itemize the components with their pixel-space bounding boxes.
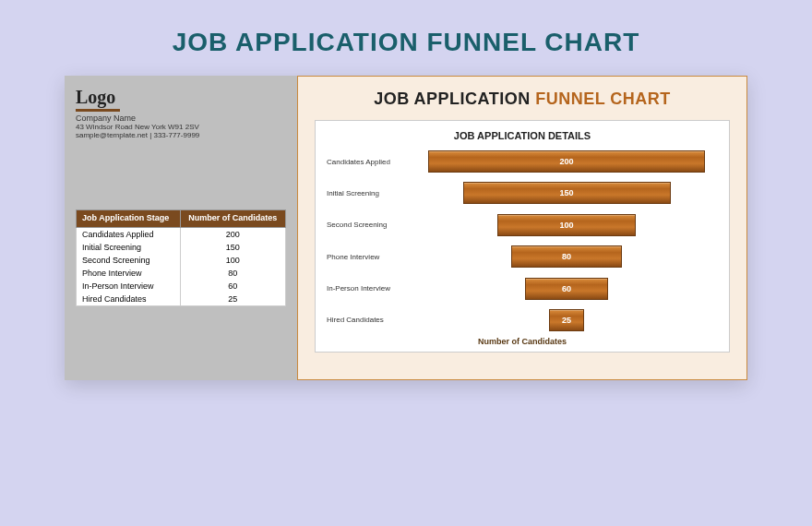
cell-stage: Initial Screening bbox=[77, 241, 181, 254]
chart-title-b: FUNNEL CHART bbox=[535, 90, 671, 108]
bar-zone: 80 bbox=[415, 245, 718, 268]
bar-zone: 100 bbox=[415, 214, 718, 236]
cell-stage: Phone Interview bbox=[77, 267, 181, 280]
cell-stage: Candidates Applied bbox=[77, 227, 181, 241]
logo-block: Logo Company Name 43 Windsor Road New Yo… bbox=[76, 87, 286, 139]
cell-stage: Second Screening bbox=[77, 254, 181, 267]
funnel-row-label: Hired Candidates bbox=[327, 316, 415, 324]
bar-zone: 60 bbox=[415, 278, 718, 300]
table-row: Candidates Applied200 bbox=[77, 227, 286, 241]
funnel-rows: Candidates Applied200Initial Screening15… bbox=[327, 149, 718, 333]
table-row: Phone Interview80 bbox=[77, 267, 286, 280]
funnel-bar: 60 bbox=[525, 278, 608, 300]
funnel-row-label: In-Person Interview bbox=[327, 284, 415, 293]
funnel-row: Candidates Applied200 bbox=[327, 149, 718, 174]
x-axis-label: Number of Candidates bbox=[327, 337, 718, 346]
cell-count: 200 bbox=[180, 227, 285, 241]
table-row: Initial Screening150 bbox=[77, 241, 286, 254]
table-head-count: Number of Candidates bbox=[180, 210, 285, 228]
chart-subtitle: JOB APPLICATION DETAILS bbox=[327, 130, 718, 141]
funnel-row-label: Second Screening bbox=[327, 221, 415, 229]
table-head-stage: Job Application Stage bbox=[77, 210, 181, 228]
cell-count: 25 bbox=[180, 293, 285, 306]
funnel-row: Phone Interview80 bbox=[327, 244, 718, 269]
funnel-bar: 80 bbox=[511, 245, 622, 268]
funnel-row: Initial Screening150 bbox=[327, 180, 718, 206]
company-address: 43 Windsor Road New York W91 2SV bbox=[76, 123, 286, 131]
logo-text: Logo bbox=[76, 87, 286, 108]
table-row: Hired Candidates25 bbox=[77, 293, 286, 306]
table-row: In-Person Interview60 bbox=[77, 280, 286, 293]
logo-underline-icon bbox=[76, 109, 120, 112]
funnel-row-label: Initial Screening bbox=[327, 189, 415, 197]
company-name: Company Name bbox=[76, 114, 286, 123]
bar-zone: 25 bbox=[415, 309, 718, 331]
cell-stage: Hired Candidates bbox=[77, 293, 181, 306]
cell-count: 80 bbox=[180, 267, 285, 280]
card: Logo Company Name 43 Windsor Road New Yo… bbox=[65, 76, 747, 380]
funnel-row: Hired Candidates25 bbox=[327, 307, 718, 333]
data-table: Job Application Stage Number of Candidat… bbox=[76, 209, 286, 306]
funnel-bar: 25 bbox=[549, 309, 584, 331]
bar-zone: 200 bbox=[415, 150, 718, 173]
funnel-row: In-Person Interview60 bbox=[327, 276, 718, 302]
cell-stage: In-Person Interview bbox=[77, 280, 181, 293]
funnel-row-label: Phone Interview bbox=[327, 253, 415, 261]
cell-count: 60 bbox=[180, 280, 285, 293]
funnel-bar: 200 bbox=[428, 150, 705, 173]
chart-box: JOB APPLICATION DETAILS Candidates Appli… bbox=[315, 120, 730, 353]
chart-title: JOB APPLICATION FUNNEL CHART bbox=[315, 90, 730, 109]
chart-title-a: JOB APPLICATION bbox=[374, 90, 535, 108]
funnel-row-label: Candidates Applied bbox=[327, 158, 415, 166]
funnel-bar: 150 bbox=[463, 182, 671, 204]
funnel-row: Second Screening100 bbox=[327, 212, 718, 238]
funnel-bar: 100 bbox=[497, 214, 636, 236]
table-row: Second Screening100 bbox=[77, 254, 286, 267]
cell-count: 150 bbox=[180, 241, 285, 254]
left-panel: Logo Company Name 43 Windsor Road New Yo… bbox=[65, 76, 297, 380]
bar-zone: 150 bbox=[415, 182, 718, 204]
company-contact: sample@template.net | 333-777-9999 bbox=[76, 131, 286, 139]
right-panel: JOB APPLICATION FUNNEL CHART JOB APPLICA… bbox=[297, 76, 747, 380]
page-title: JOB APPLICATION FUNNEL CHART bbox=[0, 0, 812, 76]
cell-count: 100 bbox=[180, 254, 285, 267]
